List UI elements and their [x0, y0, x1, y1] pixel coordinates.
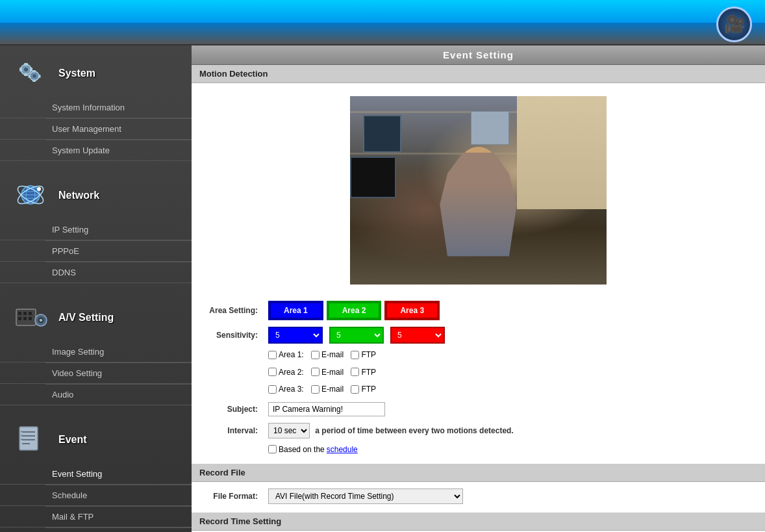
sidebar-section-system: System System Information User Managemen… — [0, 45, 192, 161]
area1-checkbox[interactable] — [268, 351, 277, 359]
sidebar-item-ip-setting[interactable]: IP Setting — [0, 220, 192, 240]
area3-checkbox-label[interactable]: Area 3: — [268, 385, 304, 394]
area2-checkbox-label[interactable]: Area 2: — [268, 368, 304, 377]
sidebar: System System Information User Managemen… — [0, 45, 192, 532]
area1-ftp-label[interactable]: FTP — [351, 350, 376, 359]
area3-email-label[interactable]: E-mail — [311, 385, 344, 394]
record-file-header: Record File — [192, 464, 765, 482]
svg-rect-23 — [29, 312, 32, 315]
svg-rect-11 — [38, 75, 41, 78]
file-format-label: File Format: — [192, 485, 263, 507]
network-icon-row: Network — [0, 168, 192, 220]
record-file-table: File Format: AVI File(with Record Time S… — [192, 485, 765, 507]
file-format-select[interactable]: AVI File(with Record Time Setting) AVI F… — [268, 488, 463, 504]
svg-rect-7 — [30, 68, 32, 71]
schedule-checkbox[interactable] — [268, 445, 277, 453]
area1-checkbox-label[interactable]: Area 1: — [268, 350, 304, 359]
area1-email-text: E-mail — [321, 350, 344, 359]
subject-label: Subject: — [192, 399, 263, 420]
system-icon-row: System — [0, 45, 192, 97]
interval-label: Interval: — [192, 420, 263, 442]
svg-rect-8 — [32, 70, 36, 73]
schedule-link[interactable]: schedule — [327, 445, 358, 454]
svg-point-27 — [40, 319, 42, 322]
sidebar-item-video-setting[interactable]: Video Setting — [0, 363, 192, 384]
sidebar-item-audio[interactable]: Audio — [0, 385, 192, 405]
system-icon — [10, 52, 52, 94]
motion-detection-header: Motion Detection — [192, 65, 765, 83]
schedule-text: Based on the — [279, 445, 325, 454]
svg-rect-22 — [23, 317, 27, 320]
area1-email-checkbox[interactable] — [311, 351, 320, 359]
area1-block: Area 1 — [268, 301, 323, 320]
schedule-checkbox-label[interactable]: Based on the schedule — [268, 445, 358, 454]
record-time-header: Record Time Setting — [192, 513, 765, 531]
area3-email-checkbox[interactable] — [311, 385, 320, 394]
area-setting-label: Area Setting: — [192, 298, 263, 323]
area3-label: Area 3: — [279, 385, 304, 394]
sidebar-section-av: A/V Setting Image Setting Video Setting … — [0, 290, 192, 405]
area2-notify-row: Area 2: E-mail FTP — [192, 364, 765, 382]
main-layout: System System Information User Managemen… — [0, 45, 765, 532]
top-bar: 🎥 — [0, 0, 765, 45]
sidebar-item-ddns[interactable]: DDNS — [0, 262, 192, 283]
sensitivity-select-area2[interactable]: 51234678910 — [331, 328, 382, 342]
area3-button[interactable]: Area 3 — [386, 302, 438, 319]
area3-ftp-checkbox[interactable] — [351, 385, 359, 394]
area1-ftp-text: FTP — [361, 350, 376, 359]
sensitivity-select-area1[interactable]: 51234678910 — [270, 328, 321, 342]
subject-input[interactable] — [268, 402, 385, 416]
area2-block: Area 2 — [327, 301, 382, 320]
sensitivity-row: Sensitivity: 51234678910 51234678910 — [192, 323, 765, 347]
area3-ftp-text: FTP — [361, 385, 376, 394]
system-label: System — [58, 68, 95, 79]
area3-checkbox[interactable] — [268, 385, 277, 394]
sidebar-item-system-information[interactable]: System Information — [0, 97, 192, 118]
area3-ftp-label[interactable]: FTP — [351, 385, 376, 394]
area1-button[interactable]: Area 1 — [270, 302, 322, 319]
camera-preview — [350, 96, 607, 285]
area1-ftp-checkbox[interactable] — [351, 351, 359, 359]
svg-point-3 — [33, 75, 36, 78]
area2-email-label[interactable]: E-mail — [311, 368, 344, 377]
sensitivity-select-area3[interactable]: 51234678910 — [392, 328, 444, 342]
network-icon — [10, 174, 52, 216]
svg-point-1 — [24, 68, 28, 71]
file-format-row: File Format: AVI File(with Record Time S… — [192, 485, 765, 507]
svg-rect-4 — [24, 63, 28, 66]
area2-ftp-label[interactable]: FTP — [351, 368, 376, 377]
sidebar-item-event-setting[interactable]: Event Setting — [0, 464, 192, 485]
sidebar-item-pppoe[interactable]: PPPoE — [0, 241, 192, 262]
svg-rect-24 — [29, 317, 32, 320]
area2-ftp-text: FTP — [361, 368, 376, 377]
sidebar-item-mail-ftp[interactable]: Mail & FTP — [0, 507, 192, 527]
sidebar-item-image-setting[interactable]: Image Setting — [0, 342, 192, 362]
sensitivity-label: Sensitivity: — [192, 323, 263, 347]
svg-rect-21 — [23, 312, 27, 315]
sidebar-item-schedule[interactable]: Schedule — [0, 485, 192, 506]
area2-checkbox[interactable] — [268, 368, 277, 376]
network-label: Network — [58, 190, 99, 201]
camera-icon: 🎥 — [716, 6, 752, 42]
sidebar-item-system-update[interactable]: System Update — [0, 140, 192, 161]
area2-ftp-checkbox[interactable] — [351, 368, 359, 376]
area2-button[interactable]: Area 2 — [328, 302, 381, 319]
interval-select[interactable]: 10 sec5 sec15 sec30 sec1 min — [268, 423, 310, 438]
area3-email-text: E-mail — [321, 385, 344, 394]
sidebar-item-user-management[interactable]: User Management — [0, 119, 192, 140]
sidebar-item-log-list[interactable]: Log List — [0, 528, 192, 532]
area2-email-checkbox[interactable] — [311, 368, 320, 376]
svg-rect-5 — [24, 73, 28, 76]
svg-rect-9 — [32, 80, 36, 82]
event-icon-row: ✓ ✓ ✓ Event — [0, 412, 192, 464]
svg-text:✓: ✓ — [20, 437, 23, 441]
event-label: Event — [58, 434, 87, 446]
area2-label: Area 2: — [279, 368, 304, 377]
subject-row: Subject: — [192, 399, 765, 420]
av-label: A/V Setting — [58, 312, 114, 323]
area1-notify-row: Area 1: E-mail FTP — [192, 347, 765, 364]
area3-notify-row: Area 3: E-mail FTP — [192, 381, 765, 399]
av-icon-row: A/V Setting — [0, 290, 192, 342]
area1-label: Area 1: — [279, 350, 304, 359]
area1-email-label[interactable]: E-mail — [311, 350, 344, 359]
